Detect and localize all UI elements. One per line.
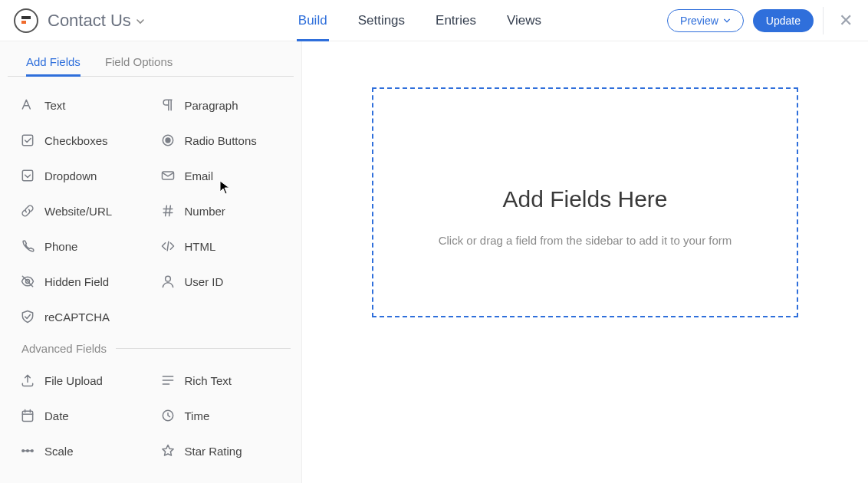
text-icon xyxy=(11,97,44,113)
subtab-field-options[interactable]: Field Options xyxy=(105,51,173,76)
star-icon xyxy=(151,443,185,458)
field-email[interactable]: Email xyxy=(151,158,291,193)
field-label: Phone xyxy=(44,240,77,253)
field-label: Text xyxy=(44,99,66,112)
basic-fields-grid: TextParagraphCheckboxesRadio ButtonsDrop… xyxy=(0,87,301,334)
field-paragraph[interactable]: Paragraph xyxy=(151,87,291,123)
dropzone-subtitle: Click or drag a field from the sidebar t… xyxy=(439,234,732,247)
link-icon xyxy=(11,203,44,219)
field-label: Rich Text xyxy=(185,374,232,387)
user-icon xyxy=(151,274,185,289)
checkbox-icon xyxy=(11,133,44,148)
email-icon xyxy=(151,168,185,183)
field-label: Star Rating xyxy=(185,445,242,458)
tab-settings[interactable]: Settings xyxy=(358,0,405,41)
field-star-rating[interactable]: Star Rating xyxy=(151,433,291,468)
dropzone-title: Add Fields Here xyxy=(502,186,667,212)
field-label: Scale xyxy=(44,445,74,458)
svg-rect-2 xyxy=(22,135,32,145)
field-label: Number xyxy=(185,205,225,218)
field-number[interactable]: Number xyxy=(151,193,291,228)
field-user-id[interactable]: User ID xyxy=(151,264,291,299)
field-text[interactable]: Text xyxy=(11,87,151,123)
scale-icon xyxy=(11,443,44,458)
sidebar-subtabs: Add Fields Field Options xyxy=(8,51,294,77)
main-tabs: Build Settings Entries Views xyxy=(298,0,541,41)
hidden-icon xyxy=(11,274,44,289)
hash-icon xyxy=(151,203,185,219)
field-time[interactable]: Time xyxy=(151,398,291,433)
chevron-down-icon xyxy=(136,11,145,31)
advanced-fields-grid: File UploadRich TextDateTimeScaleStar Ra… xyxy=(0,363,301,468)
field-recaptcha[interactable]: reCAPTCHA xyxy=(11,299,151,334)
field-label: Dropdown xyxy=(44,169,97,182)
field-phone[interactable]: Phone xyxy=(11,228,151,264)
field-label: Checkboxes xyxy=(44,134,108,147)
shield-icon xyxy=(11,309,44,324)
upload-icon xyxy=(11,373,44,388)
form-name-label: Contact Us xyxy=(48,11,131,31)
date-icon xyxy=(11,408,44,423)
radio-icon xyxy=(151,133,185,148)
field-label: HTML xyxy=(185,240,216,253)
field-file-upload[interactable]: File Upload xyxy=(11,363,151,398)
field-label: Paragraph xyxy=(185,99,238,112)
svg-rect-9 xyxy=(22,411,32,421)
tab-entries[interactable]: Entries xyxy=(436,0,476,41)
html-icon xyxy=(151,238,185,254)
paragraph-icon xyxy=(151,97,185,113)
svg-rect-0 xyxy=(21,16,31,19)
field-label: Email xyxy=(185,169,214,182)
field-label: Time xyxy=(185,409,210,422)
phone-icon xyxy=(11,238,44,254)
svg-point-4 xyxy=(166,138,170,143)
svg-rect-1 xyxy=(21,21,26,24)
field-date[interactable]: Date xyxy=(11,398,151,433)
field-label: File Upload xyxy=(44,374,103,387)
field-dropdown[interactable]: Dropdown xyxy=(11,158,151,193)
field-label: reCAPTCHA xyxy=(44,310,110,324)
advanced-fields-heading: Advanced Fields xyxy=(21,342,291,355)
field-radio-buttons[interactable]: Radio Buttons xyxy=(151,123,291,158)
richtext-icon xyxy=(151,373,185,388)
dropdown-icon xyxy=(11,168,44,183)
svg-point-8 xyxy=(165,276,170,281)
subtab-add-fields[interactable]: Add Fields xyxy=(26,51,81,76)
field-label: Radio Buttons xyxy=(185,134,257,147)
field-rich-text[interactable]: Rich Text xyxy=(151,363,291,398)
field-label: Date xyxy=(44,409,69,422)
field-label: Website/URL xyxy=(44,205,112,218)
chevron-down-icon xyxy=(723,15,731,27)
tab-views[interactable]: Views xyxy=(507,0,541,41)
field-scale[interactable]: Scale xyxy=(11,433,151,468)
tab-build[interactable]: Build xyxy=(298,0,327,41)
form-dropzone[interactable]: Add Fields Here Click or drag a field fr… xyxy=(372,87,798,317)
field-checkboxes[interactable]: Checkboxes xyxy=(11,123,151,158)
divider xyxy=(823,7,824,34)
svg-rect-5 xyxy=(22,170,32,180)
form-name-dropdown[interactable]: Contact Us xyxy=(48,11,145,31)
field-website-url[interactable]: Website/URL xyxy=(11,193,151,228)
field-label: User ID xyxy=(185,275,224,288)
time-icon xyxy=(151,408,185,423)
preview-button[interactable]: Preview xyxy=(667,9,744,32)
field-hidden-field[interactable]: Hidden Field xyxy=(11,264,151,299)
update-button[interactable]: Update xyxy=(753,9,814,32)
field-label: Hidden Field xyxy=(44,275,109,288)
field-html[interactable]: HTML xyxy=(151,228,291,264)
close-icon[interactable]: ✕ xyxy=(839,11,853,31)
app-logo[interactable] xyxy=(14,8,38,33)
